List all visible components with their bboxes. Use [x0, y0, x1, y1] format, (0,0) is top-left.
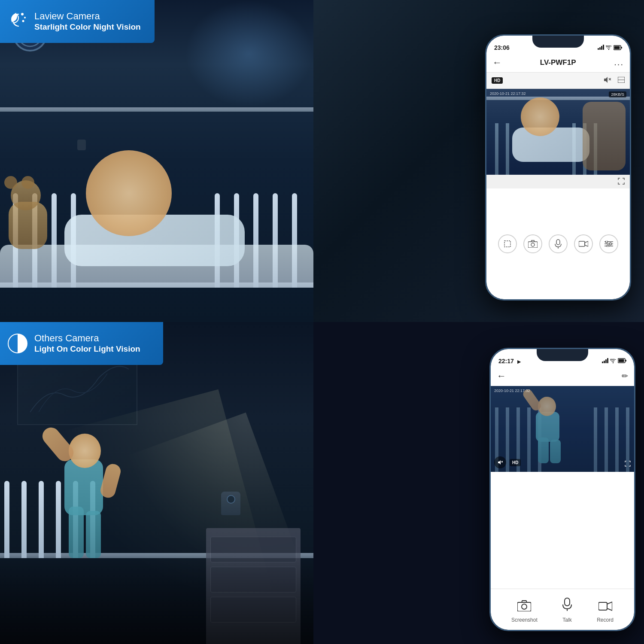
- battery-icon-bottom: [618, 358, 626, 365]
- phone-toolbar-top: HD: [486, 73, 630, 89]
- crib-bar-b: [4, 481, 9, 558]
- talk-label: Talk: [562, 617, 571, 623]
- nav-bar-top: ← LV-PWF1P ...: [486, 53, 630, 73]
- bottom-label-title: Others Camera: [34, 333, 140, 344]
- camera-lens: [227, 495, 235, 504]
- settings-icon-top: [599, 234, 618, 253]
- crib-bar-b: [21, 481, 27, 558]
- talk-icon: [562, 598, 573, 614]
- video-crib-bar: [506, 123, 509, 175]
- svg-point-36: [522, 604, 527, 609]
- top-label-text-block: Laview Camera Starlight Color Night Visi…: [34, 11, 141, 32]
- nightlight-glow: [185, 0, 313, 107]
- back-button-top[interactable]: ←: [492, 57, 502, 68]
- svg-rect-18: [556, 240, 560, 245]
- video-overlay-controls: HD: [494, 456, 521, 468]
- nav-bar-bottom: ← ✏: [491, 366, 634, 386]
- svg-rect-15: [504, 241, 510, 247]
- status-icons-bottom: [602, 358, 626, 365]
- hd-badge-top[interactable]: HD: [492, 77, 503, 84]
- record-icon-bottom: [598, 601, 612, 614]
- phone-bottom: 22:17 ▶: [489, 348, 635, 631]
- signal-icon-top: [598, 45, 604, 51]
- wifi-icon-top: [606, 46, 612, 51]
- mic-icon-top: [549, 234, 568, 253]
- talk-button-bottom[interactable]: Talk: [562, 598, 573, 623]
- svg-rect-31: [619, 359, 624, 362]
- mute-button-video[interactable]: [494, 456, 506, 468]
- svg-point-29: [613, 362, 614, 363]
- svg-point-6: [22, 20, 24, 22]
- floor-shadow: [0, 558, 313, 644]
- video-crib-rail: [486, 97, 630, 100]
- crib-bar-b: [39, 481, 44, 558]
- crop-button[interactable]: [498, 234, 517, 253]
- mic-button-top[interactable]: [549, 234, 568, 253]
- camera-device-bottom: [221, 492, 240, 515]
- baby-head: [86, 150, 172, 236]
- toddler-leg-right: [86, 511, 101, 558]
- svg-point-17: [531, 243, 535, 246]
- svg-rect-16: [528, 242, 538, 248]
- teddy-ear-right: [21, 176, 34, 189]
- phone-notch-bottom: [537, 349, 588, 361]
- expand-button-bottom[interactable]: [625, 461, 631, 468]
- phone-controls-top: [486, 188, 630, 299]
- svg-point-4: [21, 13, 24, 15]
- back-button-bottom[interactable]: ←: [497, 371, 506, 382]
- video-baby-head: [521, 97, 559, 136]
- half-circle-icon: [7, 333, 28, 354]
- svg-rect-20: [579, 241, 585, 246]
- mute-icon-top[interactable]: [603, 77, 611, 84]
- bottom-label-subtitle: Light On Color Light Vision: [34, 344, 140, 354]
- phone-screen-top: 23:06: [486, 36, 630, 299]
- more-button-top[interactable]: ...: [614, 58, 624, 67]
- video-teddy: [583, 102, 626, 170]
- divider: [491, 589, 634, 589]
- battery-icon-top: [614, 45, 622, 51]
- screenshot-button-bottom[interactable]: Screenshot: [511, 600, 538, 623]
- layout-icon-top[interactable]: [618, 77, 625, 84]
- svg-rect-39: [598, 602, 607, 610]
- nav-title-top: LV-PWF1P: [540, 58, 576, 67]
- toolbar-icons-top: [603, 77, 625, 84]
- signal-icon-bottom: [602, 358, 608, 365]
- camera-small: [77, 140, 86, 150]
- top-section: Laview Camera Starlight Color Night Visi…: [0, 0, 644, 322]
- edit-button-bottom[interactable]: ✏: [622, 371, 628, 381]
- bottom-label-text-block: Others Camera Light On Color Light Visio…: [34, 333, 140, 354]
- record-button-bottom[interactable]: Record: [597, 601, 614, 623]
- video-speed-top: 28KB/S: [609, 91, 626, 97]
- toddler-head: [69, 434, 101, 468]
- screenshot-icon: [517, 600, 531, 614]
- svg-marker-21: [585, 241, 588, 246]
- record-icon-top: [574, 234, 593, 253]
- svg-point-26: [609, 243, 611, 245]
- phone-screen-bottom: 22:17 ▶: [491, 349, 634, 630]
- video-area-bottom: 2020-10-21 22:17:32 HD: [491, 386, 634, 472]
- crib-rail-top: [0, 107, 313, 112]
- video-timestamp-top: 2020-10-21 22:17:32: [490, 91, 526, 96]
- moon-star-icon: [7, 11, 28, 32]
- teddy-ear-left: [4, 176, 17, 189]
- top-camera-scene: [0, 0, 313, 322]
- svg-marker-40: [607, 602, 612, 611]
- top-label-title: Laview Camera: [34, 11, 141, 22]
- svg-point-7: [608, 49, 609, 49]
- video-feed-top: [486, 89, 630, 175]
- screenshot-button-top[interactable]: [523, 234, 542, 253]
- hd-button-video[interactable]: HD: [510, 459, 521, 466]
- main-container: Laview Camera Starlight Color Night Visi…: [0, 0, 644, 644]
- status-icons-top: [598, 45, 622, 51]
- svg-point-5: [24, 17, 26, 18]
- expand-icon-top[interactable]: [618, 178, 625, 186]
- phone-top: 23:06: [485, 34, 631, 301]
- record-label: Record: [597, 617, 614, 623]
- svg-point-25: [605, 241, 608, 243]
- bottom-label-overlay: Others Camera Light On Color Light Visio…: [0, 322, 163, 365]
- record-button-top[interactable]: [574, 234, 593, 253]
- settings-button-top[interactable]: [599, 234, 618, 253]
- svg-point-27: [607, 245, 609, 247]
- wifi-icon-bottom: [610, 358, 616, 365]
- top-label-overlay: Laview Camera Starlight Color Night Visi…: [0, 0, 155, 43]
